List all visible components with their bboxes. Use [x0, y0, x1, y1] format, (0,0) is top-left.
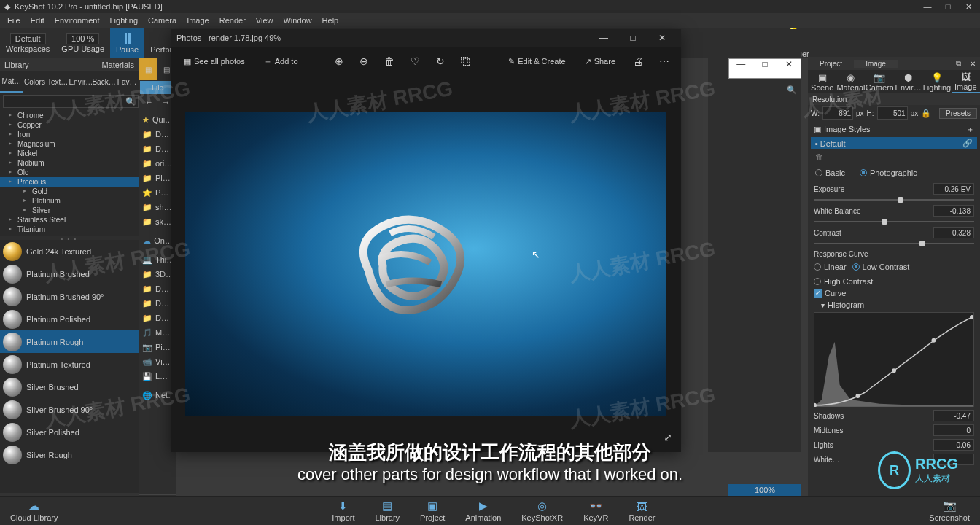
mat-platinum-textured[interactable]: Platinum Textured [0, 353, 139, 376]
tab-environments[interactable]: Envir… [69, 71, 93, 93]
pause-button[interactable]: Pause [110, 28, 144, 58]
zoom-slider[interactable]: 100% [728, 484, 801, 496]
search-icon[interactable]: 🔍 [787, 85, 797, 95]
contrast-slider[interactable] [808, 240, 980, 247]
tree-niobium[interactable]: Niobium [0, 158, 139, 168]
view-icon-1[interactable]: ▦ [139, 58, 158, 80]
keyshotxr-button[interactable]: ◎KeyShotXR [511, 498, 573, 524]
rotate-icon[interactable]: ↻ [432, 55, 449, 67]
import-button[interactable]: ⬇Import [322, 498, 365, 524]
style-default[interactable]: ▪ Default🔗 [811, 137, 977, 149]
delete-icon[interactable]: 🗑 [380, 55, 399, 67]
mat-platinum-brushed-90[interactable]: Platinum Brushed 90° [0, 285, 139, 308]
add-to[interactable]: ＋Add to [258, 53, 304, 70]
close-button[interactable]: ✕ [961, 2, 976, 12]
minimize-button[interactable]: — [920, 2, 935, 12]
qa-item[interactable]: ⭐P… [141, 185, 174, 200]
qa-thispc[interactable]: 💻Thi… [141, 252, 174, 267]
library-search-input[interactable] [3, 95, 139, 108]
menu-image[interactable]: Image [182, 15, 214, 26]
print-icon[interactable]: 🖨 [629, 55, 648, 67]
tab-colors[interactable]: Colors [23, 71, 47, 93]
menu-edit[interactable]: Edit [26, 15, 49, 26]
photos-viewport[interactable]: ↖ ⤢ [171, 76, 681, 452]
search-icon[interactable]: 🔍 [125, 97, 136, 106]
tree-platinum[interactable]: Platinum [0, 196, 139, 206]
tree-old[interactable]: Old [0, 168, 139, 177]
gpu-usage[interactable]: 100 % GPU Usage [55, 28, 110, 58]
edit-create[interactable]: ✎Edit & Create [502, 54, 571, 69]
qa-item[interactable]: ★Qui… [141, 112, 174, 127]
forward-icon[interactable]: → [162, 98, 170, 106]
project-button[interactable]: ▣Project [410, 498, 455, 524]
qa-network[interactable]: 🌐Net… [141, 388, 174, 402]
file-tab[interactable]: File [140, 81, 175, 94]
tab-materials[interactable]: Mat… [0, 71, 23, 93]
tab-lighting[interactable]: 💡Lighting [922, 70, 951, 93]
tree-titanium[interactable]: Titanium [0, 225, 139, 234]
qa-item[interactable]: 📁Pi… [141, 171, 174, 185]
tree-chrome[interactable]: Chrome [0, 111, 139, 120]
qa-item[interactable]: 📁3D… [141, 267, 174, 281]
dlg-close[interactable]: ✕ [777, 59, 801, 78]
menu-window[interactable]: Window [279, 15, 316, 26]
dlg-max[interactable]: □ [753, 59, 777, 78]
width-input[interactable] [822, 106, 853, 120]
photos-maximize[interactable]: □ [620, 33, 646, 43]
back-icon[interactable]: ← [145, 98, 153, 106]
lock-icon[interactable]: 🔒 [921, 109, 931, 118]
tab-material[interactable]: ◉Material [836, 70, 865, 93]
exposure-slider[interactable] [808, 196, 980, 203]
cloud-library-button[interactable]: ☁Cloud Library [0, 498, 68, 524]
see-all-photos[interactable]: ▦See all photos [178, 54, 251, 69]
close-panel-icon[interactable]: ✕ [965, 60, 980, 68]
radio-basic[interactable]: Basic [815, 168, 845, 177]
menu-lighting[interactable]: Lighting [105, 15, 142, 26]
mat-silver-polished[interactable]: Silver Polished [0, 421, 139, 443]
tab-image[interactable]: 🖼Image [952, 70, 980, 93]
tree-silver[interactable]: Silver [0, 206, 139, 215]
tree-gold[interactable]: Gold [0, 187, 139, 196]
qa-videos[interactable]: 📹Vi… [141, 354, 174, 369]
zoom-in-icon[interactable]: ⊕ [330, 55, 348, 67]
tree-stainless[interactable]: Stainless Steel [0, 215, 139, 225]
tab-backplates[interactable]: Back… [93, 71, 116, 93]
tree-copper[interactable]: Copper [0, 120, 139, 130]
tree-iron[interactable]: Iron [0, 130, 139, 139]
favorite-icon[interactable]: ♡ [406, 55, 424, 67]
fullscreen-icon[interactable]: ⤢ [664, 432, 672, 443]
zoom-out-icon[interactable]: ⊖ [355, 55, 373, 67]
qa-item[interactable]: 📁sk… [141, 214, 174, 229]
qa-item[interactable]: 📁sh… [141, 200, 174, 214]
wb-value[interactable]: -0.138 [933, 205, 974, 217]
qa-music[interactable]: 🎵M… [141, 325, 174, 340]
radio-linear[interactable]: Linear [814, 262, 847, 271]
workspaces-dropdown[interactable]: Default Workspaces [0, 28, 55, 58]
contrast-value[interactable]: 0.328 [933, 227, 974, 238]
qa-item[interactable]: 📁D… [141, 296, 174, 311]
menu-camera[interactable]: Camera [144, 15, 181, 26]
mat-silver-brushed-90[interactable]: Silver Brushed 90° [0, 398, 139, 421]
link-icon[interactable]: 🔗 [962, 139, 973, 148]
qa-item[interactable]: 📁D… [141, 281, 174, 296]
mat-platinum-polished[interactable]: Platinum Polished [0, 308, 139, 330]
mat-silver-rough[interactable]: Silver Rough [0, 443, 139, 466]
photos-minimize[interactable]: — [591, 33, 617, 43]
tree-nickel[interactable]: Nickel [0, 149, 139, 158]
tab-textures[interactable]: Text… [46, 71, 69, 93]
qa-item[interactable]: 📁D… [141, 141, 174, 156]
mat-platinum-rough[interactable]: Platinum Rough [0, 330, 139, 353]
screenshot-button[interactable]: 📷Screenshot [919, 498, 980, 524]
delete-style-icon[interactable]: 🗑 [811, 151, 977, 163]
maximize-button[interactable]: □ [941, 2, 955, 12]
qa-onedrive[interactable]: ☁On… [141, 233, 174, 248]
menu-file[interactable]: File [3, 15, 25, 26]
midtones-value[interactable]: 0 [933, 424, 974, 436]
shadows-value[interactable]: -0.47 [933, 410, 974, 421]
tab-favorites[interactable]: Fav… [115, 71, 139, 93]
animation-button[interactable]: ▶Animation [455, 498, 511, 524]
render-button[interactable]: 🖼Render [618, 499, 665, 524]
qa-item[interactable]: 📁D… [141, 127, 174, 141]
undock-icon[interactable]: ⧉ [952, 59, 965, 68]
menu-render[interactable]: Render [215, 15, 250, 26]
